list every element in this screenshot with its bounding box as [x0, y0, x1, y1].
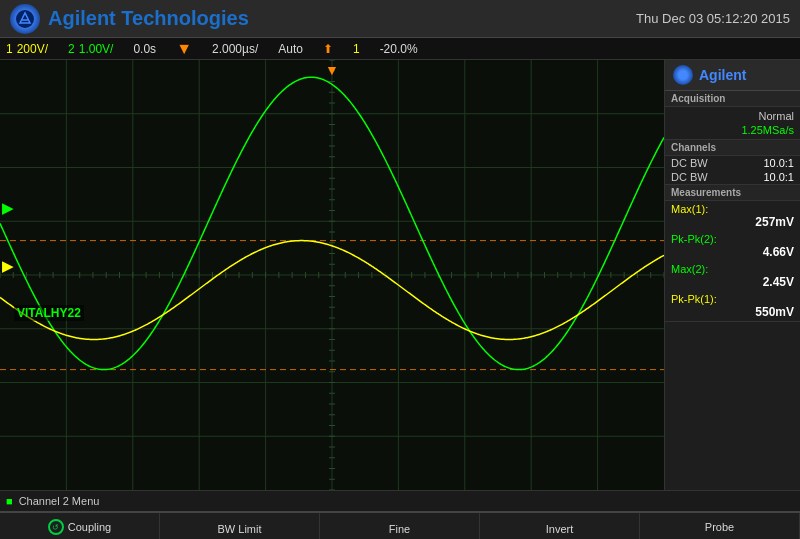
ch1-probe-val: 10.0:1 — [763, 157, 794, 169]
right-panel: Agilent Acquisition Normal 1.25MSa/s Cha… — [665, 60, 800, 490]
trigger-icon-bar: ⬆ — [323, 42, 333, 56]
trigger-ch: 1 — [353, 42, 360, 56]
measurements-title: Measurements — [665, 185, 800, 201]
channels-section: Channels DC BW 10.0:1 DC BW 10.0:1 — [665, 140, 800, 185]
time-pos-val: 0.0s — [133, 42, 156, 56]
header: Agilent Technologies Thu Dec 03 05:12:20… — [0, 0, 800, 38]
measurements-section: Measurements Max(1):257mVPk-Pk(2):4.66VM… — [665, 185, 800, 322]
waveform-canvas — [0, 60, 664, 490]
bottom-btn-bw-limit[interactable]: BW Limit — [160, 513, 320, 539]
measurements-list: Max(1):257mVPk-Pk(2):4.66VMax(2):2.45VPk… — [665, 201, 800, 321]
main-area: ▶ ▶ VITALHY22 ▼ Agilent Acquisition Norm… — [0, 60, 800, 490]
ch1-coupling-label: DC BW — [671, 157, 708, 169]
trigger-marker-top: ▼ — [176, 40, 192, 58]
app-title: Agilent Technologies — [48, 7, 249, 30]
trigger-level-val: -20.0% — [380, 42, 418, 56]
meas-val-2: 2.45V — [665, 275, 800, 291]
meas-val-1: 4.66V — [665, 245, 800, 261]
ch2-number: 2 — [68, 42, 75, 56]
acquisition-rate: 1.25MSa/s — [665, 123, 800, 137]
channels-title: Channels — [665, 140, 800, 156]
bottom-btn-coupling[interactable]: ↺ Coupling DC — [0, 513, 160, 539]
meas-name-3: Pk-Pk(1): — [665, 291, 800, 305]
trigger-mode: Auto — [278, 42, 303, 56]
btn-label-4: Probe — [705, 521, 734, 533]
ch2-probe-val: 10.0:1 — [763, 171, 794, 183]
coupling-icon: ↺ — [48, 519, 64, 535]
meas-name-2: Max(2): — [665, 261, 800, 275]
ch2-indicator: 2 1.00V/ — [68, 42, 113, 56]
ch1-arrow-marker: ▶ — [2, 258, 13, 274]
acquisition-section: Acquisition Normal 1.25MSa/s — [665, 91, 800, 140]
time-position: 0.0s — [133, 42, 156, 56]
oscilloscope-screen: ▶ ▶ VITALHY22 ▼ — [0, 60, 665, 490]
meas-val-0: 257mV — [665, 215, 800, 231]
ch1-label-text: VITALHY2 — [17, 306, 74, 320]
ch1-waveform-label: VITALHY22 — [14, 305, 84, 321]
acquisition-title: Acquisition — [665, 91, 800, 107]
status-bar: ■ Channel 2 Menu — [0, 490, 800, 512]
ch1-number: 1 — [6, 42, 13, 56]
bottom-button-bar: ↺ Coupling DC BW Limit Fine Invert Probe — [0, 512, 800, 539]
header-logo: Agilent Technologies — [10, 4, 249, 34]
acquisition-mode: Normal — [665, 109, 800, 123]
trigger-ch-val: 1 — [353, 42, 360, 56]
ch2-arrow-marker: ▶ — [2, 200, 13, 216]
bottom-btn-invert[interactable]: Invert — [480, 513, 640, 539]
measurement-bar: 1 200V/ 2 1.00V/ 0.0s ▼ 2.000µs/ Auto ⬆ … — [0, 38, 800, 60]
ch2-menu-indicator: ■ — [6, 495, 13, 507]
bottom-buttons-container: ↺ Coupling DC BW Limit Fine Invert Probe — [0, 513, 800, 539]
ch2-coupling-label: DC BW — [671, 171, 708, 183]
ch1-row: DC BW 10.0:1 — [665, 156, 800, 170]
ch1-indicator: 1 200V/ — [6, 42, 48, 56]
coupling-label: Coupling — [68, 521, 111, 533]
trigger-mode-val: Auto — [278, 42, 303, 56]
btn-label-1: BW Limit — [218, 523, 262, 535]
trigger-position-marker: ▼ — [325, 62, 339, 78]
ch2-row: DC BW 10.0:1 — [665, 170, 800, 184]
btn-label-2: Fine — [389, 523, 410, 535]
right-panel-header: Agilent — [665, 60, 800, 91]
meas-val-3: 550mV — [665, 305, 800, 321]
acquisition-content: Normal 1.25MSa/s — [665, 107, 800, 139]
trigger-level: -20.0% — [380, 42, 418, 56]
right-panel-brand: Agilent — [699, 67, 746, 83]
agilent-logo-icon — [10, 4, 40, 34]
status-text: Channel 2 Menu — [19, 495, 100, 507]
time-div: 2.000µs/ — [212, 42, 258, 56]
datetime-display: Thu Dec 03 05:12:20 2015 — [636, 11, 790, 26]
meas-name-0: Max(1): — [665, 201, 800, 215]
ch2-scale: 1.00V/ — [79, 42, 114, 56]
ch1-scale: 200V/ — [17, 42, 48, 56]
right-panel-logo — [673, 65, 693, 85]
bottom-btn-probe[interactable]: Probe — [640, 513, 800, 539]
trigger-arrow-icon: ⬆ — [323, 42, 333, 56]
time-div-val: 2.000µs/ — [212, 42, 258, 56]
btn-label-3: Invert — [546, 523, 574, 535]
bottom-btn-fine[interactable]: Fine — [320, 513, 480, 539]
meas-name-1: Pk-Pk(2): — [665, 231, 800, 245]
